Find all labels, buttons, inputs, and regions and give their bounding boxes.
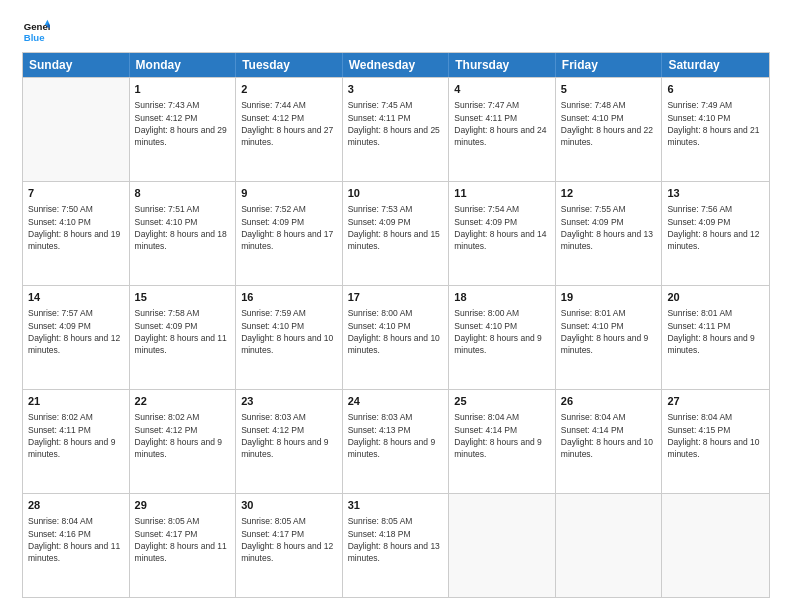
cell-text: Sunrise: 8:03 AMSunset: 4:13 PMDaylight:… [348,411,444,460]
calendar-cell-3-4: 25Sunrise: 8:04 AMSunset: 4:14 PMDayligh… [449,390,556,493]
calendar-cell-1-6: 13Sunrise: 7:56 AMSunset: 4:09 PMDayligh… [662,182,769,285]
cell-text: Sunrise: 8:03 AMSunset: 4:12 PMDaylight:… [241,411,337,460]
calendar-row-1: 7Sunrise: 7:50 AMSunset: 4:10 PMDaylight… [23,181,769,285]
calendar-cell-2-6: 20Sunrise: 8:01 AMSunset: 4:11 PMDayligh… [662,286,769,389]
calendar-cell-1-1: 8Sunrise: 7:51 AMSunset: 4:10 PMDaylight… [130,182,237,285]
cell-text: Sunrise: 7:50 AMSunset: 4:10 PMDaylight:… [28,203,124,252]
calendar-cell-4-3: 31Sunrise: 8:05 AMSunset: 4:18 PMDayligh… [343,494,450,597]
day-number: 23 [241,394,337,409]
header-day-saturday: Saturday [662,53,769,77]
calendar-cell-1-4: 11Sunrise: 7:54 AMSunset: 4:09 PMDayligh… [449,182,556,285]
cell-text: Sunrise: 7:44 AMSunset: 4:12 PMDaylight:… [241,99,337,148]
header: General Blue [22,18,770,46]
calendar-cell-2-1: 15Sunrise: 7:58 AMSunset: 4:09 PMDayligh… [130,286,237,389]
calendar-row-2: 14Sunrise: 7:57 AMSunset: 4:09 PMDayligh… [23,285,769,389]
day-number: 6 [667,82,764,97]
calendar-cell-2-2: 16Sunrise: 7:59 AMSunset: 4:10 PMDayligh… [236,286,343,389]
day-number: 18 [454,290,550,305]
calendar-cell-2-4: 18Sunrise: 8:00 AMSunset: 4:10 PMDayligh… [449,286,556,389]
header-day-friday: Friday [556,53,663,77]
calendar-cell-3-5: 26Sunrise: 8:04 AMSunset: 4:14 PMDayligh… [556,390,663,493]
cell-text: Sunrise: 8:02 AMSunset: 4:12 PMDaylight:… [135,411,231,460]
calendar-cell-1-3: 10Sunrise: 7:53 AMSunset: 4:09 PMDayligh… [343,182,450,285]
cell-text: Sunrise: 7:47 AMSunset: 4:11 PMDaylight:… [454,99,550,148]
calendar-cell-0-5: 5Sunrise: 7:48 AMSunset: 4:10 PMDaylight… [556,78,663,181]
day-number: 28 [28,498,124,513]
day-number: 30 [241,498,337,513]
day-number: 26 [561,394,657,409]
day-number: 7 [28,186,124,201]
calendar-cell-2-0: 14Sunrise: 7:57 AMSunset: 4:09 PMDayligh… [23,286,130,389]
day-number: 29 [135,498,231,513]
day-number: 17 [348,290,444,305]
calendar-cell-1-2: 9Sunrise: 7:52 AMSunset: 4:09 PMDaylight… [236,182,343,285]
day-number: 4 [454,82,550,97]
day-number: 20 [667,290,764,305]
day-number: 1 [135,82,231,97]
calendar-cell-0-6: 6Sunrise: 7:49 AMSunset: 4:10 PMDaylight… [662,78,769,181]
calendar-cell-3-1: 22Sunrise: 8:02 AMSunset: 4:12 PMDayligh… [130,390,237,493]
calendar-cell-4-1: 29Sunrise: 8:05 AMSunset: 4:17 PMDayligh… [130,494,237,597]
svg-text:Blue: Blue [24,32,45,43]
day-number: 25 [454,394,550,409]
calendar-cell-0-3: 3Sunrise: 7:45 AMSunset: 4:11 PMDaylight… [343,78,450,181]
calendar-cell-4-2: 30Sunrise: 8:05 AMSunset: 4:17 PMDayligh… [236,494,343,597]
day-number: 19 [561,290,657,305]
day-number: 9 [241,186,337,201]
page: General Blue SundayMondayTuesdayWednesda… [0,0,792,612]
cell-text: Sunrise: 8:04 AMSunset: 4:14 PMDaylight:… [454,411,550,460]
cell-text: Sunrise: 8:05 AMSunset: 4:18 PMDaylight:… [348,515,444,564]
cell-text: Sunrise: 8:00 AMSunset: 4:10 PMDaylight:… [454,307,550,356]
day-number: 12 [561,186,657,201]
header-day-sunday: Sunday [23,53,130,77]
day-number: 8 [135,186,231,201]
cell-text: Sunrise: 7:53 AMSunset: 4:09 PMDaylight:… [348,203,444,252]
day-number: 2 [241,82,337,97]
day-number: 5 [561,82,657,97]
cell-text: Sunrise: 8:04 AMSunset: 4:14 PMDaylight:… [561,411,657,460]
calendar-cell-2-5: 19Sunrise: 8:01 AMSunset: 4:10 PMDayligh… [556,286,663,389]
day-number: 24 [348,394,444,409]
cell-text: Sunrise: 7:45 AMSunset: 4:11 PMDaylight:… [348,99,444,148]
day-number: 27 [667,394,764,409]
header-day-monday: Monday [130,53,237,77]
calendar-cell-4-0: 28Sunrise: 8:04 AMSunset: 4:16 PMDayligh… [23,494,130,597]
cell-text: Sunrise: 7:59 AMSunset: 4:10 PMDaylight:… [241,307,337,356]
calendar-cell-0-4: 4Sunrise: 7:47 AMSunset: 4:11 PMDaylight… [449,78,556,181]
cell-text: Sunrise: 8:04 AMSunset: 4:16 PMDaylight:… [28,515,124,564]
calendar-row-4: 28Sunrise: 8:04 AMSunset: 4:16 PMDayligh… [23,493,769,597]
calendar-cell-2-3: 17Sunrise: 8:00 AMSunset: 4:10 PMDayligh… [343,286,450,389]
calendar-cell-1-5: 12Sunrise: 7:55 AMSunset: 4:09 PMDayligh… [556,182,663,285]
calendar-cell-3-6: 27Sunrise: 8:04 AMSunset: 4:15 PMDayligh… [662,390,769,493]
cell-text: Sunrise: 8:05 AMSunset: 4:17 PMDaylight:… [241,515,337,564]
cell-text: Sunrise: 7:55 AMSunset: 4:09 PMDaylight:… [561,203,657,252]
calendar-cell-4-6 [662,494,769,597]
cell-text: Sunrise: 7:49 AMSunset: 4:10 PMDaylight:… [667,99,764,148]
calendar-row-3: 21Sunrise: 8:02 AMSunset: 4:11 PMDayligh… [23,389,769,493]
day-number: 16 [241,290,337,305]
day-number: 13 [667,186,764,201]
header-day-wednesday: Wednesday [343,53,450,77]
calendar-header: SundayMondayTuesdayWednesdayThursdayFrid… [23,53,769,77]
day-number: 14 [28,290,124,305]
cell-text: Sunrise: 7:48 AMSunset: 4:10 PMDaylight:… [561,99,657,148]
calendar-cell-3-3: 24Sunrise: 8:03 AMSunset: 4:13 PMDayligh… [343,390,450,493]
cell-text: Sunrise: 7:54 AMSunset: 4:09 PMDaylight:… [454,203,550,252]
logo-icon: General Blue [22,18,50,46]
calendar-cell-4-4 [449,494,556,597]
calendar-body: 1Sunrise: 7:43 AMSunset: 4:12 PMDaylight… [23,77,769,597]
calendar-row-0: 1Sunrise: 7:43 AMSunset: 4:12 PMDaylight… [23,77,769,181]
day-number: 21 [28,394,124,409]
cell-text: Sunrise: 8:01 AMSunset: 4:10 PMDaylight:… [561,307,657,356]
cell-text: Sunrise: 7:58 AMSunset: 4:09 PMDaylight:… [135,307,231,356]
calendar: SundayMondayTuesdayWednesdayThursdayFrid… [22,52,770,598]
cell-text: Sunrise: 7:56 AMSunset: 4:09 PMDaylight:… [667,203,764,252]
day-number: 3 [348,82,444,97]
day-number: 22 [135,394,231,409]
cell-text: Sunrise: 8:04 AMSunset: 4:15 PMDaylight:… [667,411,764,460]
day-number: 11 [454,186,550,201]
day-number: 31 [348,498,444,513]
logo: General Blue [22,18,54,46]
header-day-thursday: Thursday [449,53,556,77]
day-number: 10 [348,186,444,201]
